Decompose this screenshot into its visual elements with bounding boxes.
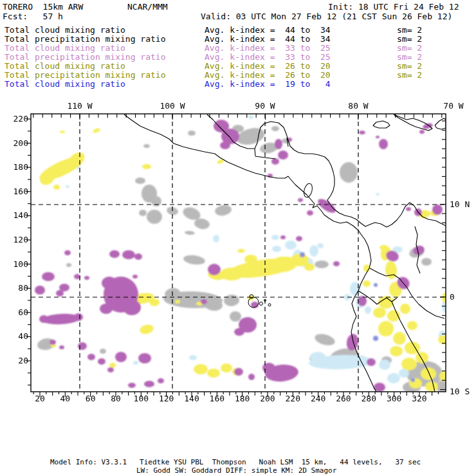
mixing-ratio-blob-yellow — [416, 352, 428, 363]
mixing-ratio-blob-gray — [183, 254, 206, 266]
mixing-ratio-blob-yellow — [221, 363, 232, 372]
axis-tick-label: 220 — [14, 114, 28, 124]
mixing-ratio-blob-yellow — [207, 369, 220, 378]
mixing-ratio-blob-yellow — [438, 335, 448, 344]
mixing-ratio-blob-purple — [59, 345, 64, 349]
axis-tick-label: 200 — [14, 138, 28, 148]
mixing-ratio-blob-yellow — [407, 321, 417, 330]
axis-tick-label: 90 W — [255, 101, 275, 111]
mixing-ratio-blob-yellow — [220, 268, 243, 280]
coastline-path — [435, 118, 446, 129]
mixing-ratio-blob-cyan — [248, 115, 253, 119]
mixing-ratio-blob-yellow — [439, 371, 450, 381]
mixing-ratio-blob-gray — [271, 126, 279, 131]
mixing-ratio-blob-purple — [280, 235, 286, 239]
mixing-ratio-blob-purple — [158, 378, 164, 383]
mixing-ratio-blob-purple — [35, 286, 45, 295]
mixing-ratio-blob-purple — [432, 205, 443, 215]
mixing-ratio-blob-purple — [298, 198, 303, 202]
mixing-ratio-blob-yellow — [244, 255, 257, 264]
axis-tick-label: 100 W — [160, 101, 185, 111]
axis-tick-label: 100 — [14, 259, 28, 269]
mixing-ratio-blob-yellow — [194, 364, 208, 374]
mixing-ratio-blob-purple — [100, 304, 113, 314]
mixing-ratio-blob-purple — [107, 367, 114, 372]
axis-tick-label: 80 — [18, 283, 28, 293]
mixing-ratio-blob-gray — [139, 210, 147, 216]
model-info-line2: LW: Godd SW: Goddard DIFF: simple KM: 2D… — [136, 466, 336, 475]
axis-tick-label: 60 — [18, 307, 28, 317]
mixing-ratio-blob-purple — [78, 342, 87, 350]
mixing-ratio-blob-cyan — [310, 352, 325, 362]
mixing-ratio-blob-cyan — [309, 245, 318, 257]
mixing-ratio-blob-cyan — [365, 306, 371, 314]
axis-tick-label: 220 — [286, 394, 300, 403]
axis-tick-label: 80 — [111, 394, 121, 403]
mixing-ratio-blob-yellow — [92, 127, 100, 134]
axis-tick-label: 120 — [159, 394, 174, 403]
mixing-ratio-blob-purple — [307, 210, 313, 215]
mixing-ratio-blob-yellow — [237, 249, 245, 253]
axis-tick-label: 40 — [60, 394, 71, 403]
mixing-ratio-blob-purple — [333, 261, 340, 266]
mixing-ratio-blob-purple — [50, 340, 56, 345]
mixing-ratio-blob-gray — [223, 294, 239, 307]
mixing-ratio-blob-purple — [201, 299, 207, 304]
mixing-ratio-blob-purple — [220, 142, 230, 149]
forecast-map-svg: 110 W100 W90 W80 W70 W10 N010 S220200180… — [0, 0, 476, 476]
mixing-ratio-blob-yellow — [175, 300, 180, 304]
mixing-ratio-blob-purple — [262, 363, 275, 373]
mixing-ratio-blob-gray — [147, 210, 162, 224]
mixing-ratio-blob-cyan — [317, 243, 324, 248]
galapagos-island-outline — [268, 304, 271, 306]
mixing-ratio-blob-cyan — [379, 360, 390, 370]
axis-tick-label: 180 — [14, 162, 28, 172]
mixing-ratio-blob-yellow — [109, 363, 116, 368]
mixing-ratio-blob-blue — [300, 252, 305, 257]
axis-tick-label: 0 — [450, 292, 455, 302]
axis-tick-label: 140 — [14, 210, 28, 220]
mixing-ratio-blob-yellow — [380, 245, 389, 250]
mixing-ratio-blob-gray — [135, 178, 145, 184]
mixing-ratio-blob-yellow — [304, 263, 315, 271]
mixing-ratio-blob-purple — [144, 381, 154, 387]
mixing-ratio-blob-purple — [376, 136, 380, 138]
mixing-ratio-blob-purple — [419, 130, 425, 134]
mixing-ratio-blob-purple — [102, 277, 117, 289]
mixing-ratio-blob-purple — [39, 315, 48, 323]
mixing-ratio-blob-purple — [122, 250, 135, 259]
mixing-ratio-blob-cyan — [376, 193, 380, 196]
mixing-ratio-blob-yellow — [216, 158, 224, 165]
mixing-ratio-blob-yellow — [401, 358, 417, 371]
mixing-ratio-blob-yellow — [425, 381, 438, 392]
mixing-ratio-blob-yellow — [363, 280, 371, 287]
mixing-ratio-blob-purple — [98, 358, 105, 365]
mixing-ratio-blob-gray — [315, 261, 329, 268]
axis-tick-label: 280 — [362, 394, 376, 403]
mixing-ratio-blob-cyan — [133, 361, 138, 365]
mixing-ratio-blob-yellow — [390, 346, 403, 356]
axis-tick-label: 120 — [14, 235, 28, 244]
coastline-path — [373, 121, 390, 128]
mixing-ratio-blob-yellow — [149, 298, 160, 306]
axis-tick-label: 70 W — [443, 101, 463, 111]
mixing-ratio-blob-blue — [374, 283, 378, 287]
mixing-ratio-blob-blue — [411, 378, 415, 382]
axis-tick-label: 80 W — [348, 101, 368, 111]
model-info-line1: Model Info: V3.3.1 Tiedtke YSU PBL Thomp… — [50, 458, 421, 466]
axis-tick-label: 40 — [18, 331, 28, 341]
mixing-ratio-blob-gray — [188, 131, 196, 136]
axis-tick-label: 160 — [210, 394, 224, 403]
mixing-ratio-blob-purple — [248, 374, 255, 380]
mixing-ratio-blob-purple — [379, 139, 388, 149]
mixing-ratio-blob-cyan — [66, 185, 69, 188]
data-blob-layer — [35, 115, 452, 393]
mixing-ratio-blob-yellow — [60, 131, 65, 133]
mixing-ratio-blob-cyan — [213, 235, 219, 243]
axis-tick-label: 160 — [14, 187, 28, 196]
mixing-ratio-blob-purple — [367, 358, 376, 366]
mixing-ratio-blob-purple — [359, 131, 365, 134]
mixing-ratio-blob-gray — [313, 332, 336, 347]
mixing-ratio-blob-cyan — [272, 246, 281, 252]
axis-tick-label: 60 — [86, 394, 96, 403]
